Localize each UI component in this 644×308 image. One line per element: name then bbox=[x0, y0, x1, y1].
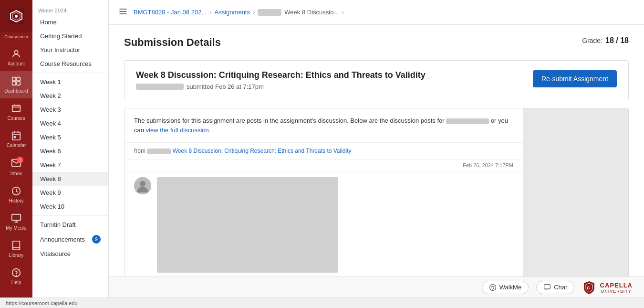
submission-title: Submission Details bbox=[124, 36, 221, 49]
breadcrumb: BMGT8028 - Jan 08 202... › Assignments ›… bbox=[134, 9, 344, 16]
assignment-title-group: Week 8 Discussion: Critiquing Research: … bbox=[136, 70, 426, 90]
menu-toggle[interactable] bbox=[116, 5, 130, 20]
nav-item-resources[interactable]: Course Resources bbox=[32, 57, 108, 71]
from-label: from bbox=[134, 148, 145, 154]
svg-rect-11 bbox=[12, 214, 21, 221]
breadcrumb-current[interactable]: Week 8 Discussio... bbox=[284, 9, 339, 16]
svg-point-2 bbox=[14, 51, 18, 54]
sidebar-item-dashboard[interactable]: Dashboard bbox=[0, 71, 32, 98]
nav-item-week10[interactable]: Week 10 bbox=[32, 200, 108, 213]
svg-point-22 bbox=[492, 289, 493, 290]
sidebar-item-inbox[interactable]: 1 Inbox bbox=[0, 153, 32, 181]
nav-item-announcements[interactable]: Announcements 9 bbox=[32, 232, 108, 247]
walkme-label: WalkMe bbox=[499, 284, 521, 291]
url-text: https://courseroom.capella.edu bbox=[6, 300, 77, 306]
submission-header: Submission Details Grade: 18 / 18 bbox=[124, 36, 629, 49]
sidebar-item-history[interactable]: History bbox=[0, 181, 32, 208]
nav-item-instructor[interactable]: Your Instructor bbox=[32, 43, 108, 57]
breadcrumb-course[interactable]: BMGT8028 - Jan 08 202... bbox=[134, 9, 207, 16]
svg-rect-3 bbox=[12, 77, 16, 81]
nav-item-week6[interactable]: Week 6 bbox=[32, 144, 108, 158]
discussion-right-panel bbox=[523, 108, 628, 276]
svg-text:C: C bbox=[587, 286, 590, 290]
bottom-bar: WalkMe Chat C CAPELLA UNIVERSITY bbox=[109, 276, 644, 297]
assignment-block: Week 8 Discussion: Critiquing Research: … bbox=[124, 60, 629, 100]
grade-info: Grade: 18 / 18 bbox=[582, 36, 629, 45]
nav-item-vitalsource[interactable]: Vitalsource bbox=[32, 247, 108, 261]
sidebar-item-help[interactable]: Help bbox=[0, 263, 32, 290]
nav-item-week4[interactable]: Week 4 bbox=[32, 117, 108, 130]
svg-rect-6 bbox=[17, 82, 20, 85]
grade-value: 18 / 18 bbox=[605, 36, 629, 45]
inbox-label: Inbox bbox=[10, 171, 22, 176]
breadcrumb-redacted bbox=[258, 9, 281, 16]
svg-point-1 bbox=[15, 15, 18, 18]
announcements-badge: 9 bbox=[92, 235, 101, 244]
topbar: BMGT8028 - Jan 08 202... › Assignments ›… bbox=[109, 0, 644, 25]
nav-item-turnitin[interactable]: Turnitin Draft bbox=[32, 218, 108, 232]
dashboard-label: Dashboard bbox=[5, 88, 28, 94]
submission-area: Submission Details Grade: 18 / 18 Week 8… bbox=[109, 25, 644, 276]
nav-item-week5[interactable]: Week 5 bbox=[32, 130, 108, 144]
post-content bbox=[157, 177, 513, 273]
svg-rect-5 bbox=[12, 82, 16, 85]
my-media-label: My Media bbox=[6, 225, 26, 231]
svg-rect-9 bbox=[14, 137, 15, 138]
capella-logo: C CAPELLA UNIVERSITY bbox=[582, 280, 633, 295]
courseroom-label: Courseroom bbox=[3, 32, 29, 44]
post-body bbox=[125, 171, 523, 276]
nav-item-getting-started[interactable]: Getting Started bbox=[32, 29, 108, 43]
sidebar-item-courses[interactable]: Courses bbox=[0, 98, 32, 126]
sidebar-item-library[interactable]: Library bbox=[0, 235, 32, 263]
nav-item-week3[interactable]: Week 3 bbox=[32, 103, 108, 117]
view-full-discussion-link[interactable]: view the full discussion. bbox=[146, 127, 211, 134]
breadcrumb-assignments[interactable]: Assignments bbox=[215, 9, 250, 16]
nav-item-week1[interactable]: Week 1 bbox=[32, 75, 108, 89]
sidebar-item-account[interactable]: Account bbox=[0, 44, 32, 71]
resubmit-button[interactable]: Re-submit Assignment bbox=[533, 70, 617, 87]
nav-item-week2[interactable]: Week 2 bbox=[32, 89, 108, 103]
nav-item-week9[interactable]: Week 9 bbox=[32, 186, 108, 200]
sidebar-item-my-media[interactable]: My Media bbox=[0, 208, 32, 235]
post-avatar bbox=[134, 177, 151, 194]
submitted-text: submitted Feb 26 at 7:17pm bbox=[187, 83, 264, 90]
post-from-redacted bbox=[147, 149, 171, 154]
nav-season: Winter 2024 bbox=[32, 4, 108, 15]
courseroom-logo[interactable] bbox=[0, 0, 32, 32]
post-text-area bbox=[157, 177, 338, 273]
nav-item-home[interactable]: Home bbox=[32, 15, 108, 29]
svg-point-20 bbox=[140, 181, 145, 187]
svg-rect-8 bbox=[12, 132, 21, 140]
walkme-button[interactable]: WalkMe bbox=[482, 281, 529, 294]
capella-name: CAPELLA bbox=[600, 282, 633, 289]
grade-label: Grade: bbox=[582, 37, 602, 44]
assignment-title: Week 8 Discussion: Critiquing Research: … bbox=[136, 70, 426, 80]
nav-item-week8[interactable]: Week 8 bbox=[32, 172, 108, 186]
svg-rect-23 bbox=[544, 284, 551, 289]
submission-meta: submitted Feb 26 at 7:17pm bbox=[136, 83, 426, 90]
discussion-intro-text: The submissions for this assignment are … bbox=[125, 108, 523, 143]
nav-item-week7[interactable]: Week 7 bbox=[32, 158, 108, 172]
svg-rect-7 bbox=[12, 106, 21, 112]
sidebar: Courseroom Account Dashboard bbox=[0, 0, 32, 297]
inbox-badge-count: 1 bbox=[17, 157, 23, 163]
account-label: Account bbox=[8, 61, 25, 66]
post-title-link[interactable]: Week 8 Discussion: Critiquing Research: … bbox=[173, 148, 352, 154]
library-label: Library bbox=[9, 253, 24, 258]
svg-rect-4 bbox=[17, 77, 20, 81]
main-content: BMGT8028 - Jan 08 202... › Assignments ›… bbox=[109, 0, 644, 297]
capella-subtitle: UNIVERSITY bbox=[600, 289, 633, 294]
post-from-row: from Week 8 Discussion: Critiquing Resea… bbox=[125, 143, 523, 159]
help-label: Help bbox=[11, 280, 21, 285]
discussion-panel: The submissions for this assignment are … bbox=[124, 108, 629, 276]
assignment-title-row: Week 8 Discussion: Critiquing Research: … bbox=[136, 70, 617, 90]
chat-label: Chat bbox=[554, 284, 567, 291]
sidebar-item-calendar[interactable]: Calendar bbox=[0, 126, 32, 153]
nav-panel: Winter 2024 Home Getting Started Your In… bbox=[32, 0, 109, 297]
calendar-label: Calendar bbox=[7, 143, 26, 148]
url-bar: https://courseroom.capella.edu bbox=[0, 297, 644, 308]
discussion-left: The submissions for this assignment are … bbox=[125, 108, 523, 276]
chat-button[interactable]: Chat bbox=[536, 281, 574, 294]
history-label: History bbox=[9, 198, 23, 203]
discussion-user-redacted bbox=[446, 118, 489, 124]
